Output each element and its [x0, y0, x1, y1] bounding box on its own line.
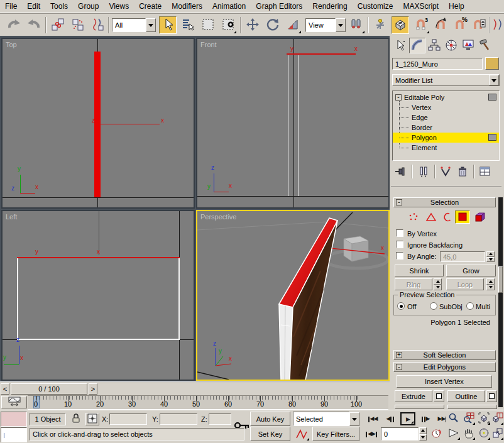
loop-button[interactable]: Loop: [446, 278, 484, 290]
viewport-perspective[interactable]: Perspective x z y x: [196, 210, 390, 381]
stack-item-editable-poly[interactable]: - Editable Poly: [393, 92, 499, 102]
tab-motion[interactable]: [443, 38, 459, 53]
rectangular-region-button[interactable]: [199, 16, 217, 34]
viewport-front[interactable]: Front y x z y x: [196, 38, 390, 209]
key-mode-dropdown[interactable]: Selected: [293, 412, 359, 426]
current-frame-field[interactable]: 0: [381, 427, 419, 440]
viewport-left[interactable]: Left y x z y x: [1, 210, 195, 381]
extrude-settings-button[interactable]: [434, 390, 444, 402]
by-angle-spinner[interactable]: [486, 251, 495, 262]
ignore-backfacing-checkbox[interactable]: [396, 241, 403, 248]
angle-snap-button[interactable]: [432, 16, 450, 34]
reference-coordinate-dropdown[interactable]: View: [305, 18, 346, 32]
select-and-rotate-button[interactable]: [264, 16, 282, 34]
loop-spinner[interactable]: [486, 278, 495, 290]
absolute-mode-button[interactable]: [85, 413, 99, 425]
border-subobject-button[interactable]: [440, 212, 455, 224]
object-name-field[interactable]: 1_1250_Muro: [392, 58, 483, 70]
unlink-selection-button[interactable]: [69, 16, 87, 34]
tab-utilities[interactable]: [477, 38, 493, 53]
redo-button[interactable]: [25, 16, 43, 34]
panel-scrollbar[interactable]: [498, 197, 503, 407]
modifier-toggle-icon[interactable]: [488, 134, 496, 141]
outline-settings-button[interactable]: [486, 390, 497, 402]
preview-multi-radio[interactable]: [466, 302, 474, 310]
next-frame-arrow[interactable]: >: [89, 383, 97, 395]
macro-recorder-pane[interactable]: [1, 412, 27, 427]
zoom-extents-all-button[interactable]: [491, 412, 504, 425]
ring-button[interactable]: Ring: [395, 278, 432, 290]
pin-stack-button[interactable]: [393, 165, 408, 180]
pan-button[interactable]: [461, 427, 476, 440]
remove-modifier-button[interactable]: [455, 165, 470, 180]
tab-display[interactable]: [460, 38, 476, 53]
snaps-toggle-button[interactable]: [392, 16, 409, 34]
auto-key-button[interactable]: Auto Key: [250, 412, 290, 426]
menu-rendering[interactable]: Rendering: [307, 0, 352, 13]
polygon-subobject-button[interactable]: [455, 211, 470, 224]
select-and-move-button[interactable]: [244, 16, 261, 34]
element-subobject-button[interactable]: [473, 212, 488, 224]
field-of-view-button[interactable]: [446, 427, 461, 440]
stack-item-vertex[interactable]: Vertex: [393, 102, 499, 112]
set-key-button[interactable]: Set Key: [250, 427, 290, 441]
outline-button[interactable]: Outline: [447, 390, 485, 402]
z-coordinate-field[interactable]: [209, 413, 231, 425]
edge-subobject-button[interactable]: [424, 212, 439, 224]
menu-group[interactable]: Group: [73, 0, 104, 13]
x-coordinate-field[interactable]: [109, 413, 147, 425]
key-mode-toggle-button[interactable]: ◀▶: [364, 427, 378, 440]
script-listener-pane[interactable]: [1, 427, 27, 442]
bind-to-space-warp-button[interactable]: [89, 16, 107, 34]
panel-scrollbar-thumb[interactable]: [498, 266, 503, 293]
menu-views[interactable]: Views: [104, 0, 134, 13]
select-object-button[interactable]: [159, 16, 177, 34]
default-tangents-button[interactable]: [293, 427, 310, 441]
frame-spinner[interactable]: [419, 427, 427, 440]
stack-item-edge[interactable]: Edge: [393, 112, 499, 123]
configure-modifier-sets-button[interactable]: [478, 165, 493, 180]
use-pivot-point-center-button[interactable]: [348, 16, 365, 34]
menu-help[interactable]: Help: [444, 0, 469, 13]
extrude-button[interactable]: Extrude: [395, 390, 432, 402]
select-and-link-button[interactable]: [49, 16, 67, 34]
make-unique-button[interactable]: [438, 165, 453, 180]
by-vertex-checkbox[interactable]: [396, 229, 403, 237]
window-crossing-button[interactable]: [219, 16, 237, 34]
menu-graph-editors[interactable]: Graph Editors: [251, 0, 307, 13]
soft-selection-rollout-header[interactable]: + Soft Selection: [393, 350, 496, 360]
selection-rollout-header[interactable]: - Selection: [393, 197, 496, 207]
ring-spinner[interactable]: [434, 278, 442, 290]
vertex-subobject-button[interactable]: [406, 212, 421, 224]
expand-icon[interactable]: -: [395, 94, 402, 101]
y-coordinate-field[interactable]: [160, 413, 197, 425]
select-and-scale-button[interactable]: [284, 16, 302, 34]
tab-hierarchy[interactable]: [426, 38, 442, 53]
menu-animation[interactable]: Animation: [207, 0, 251, 13]
selection-lock-button[interactable]: [69, 413, 83, 425]
object-color-swatch[interactable]: [485, 57, 499, 70]
select-by-name-button[interactable]: [179, 16, 197, 34]
modifier-toggle-icon[interactable]: [488, 94, 496, 101]
menu-customize[interactable]: Customize: [353, 0, 398, 13]
zoom-extents-button[interactable]: [476, 412, 491, 425]
insert-vertex-button[interactable]: Insert Vertex: [397, 375, 492, 388]
dropdown-arrow-icon[interactable]: [349, 412, 359, 426]
previous-frame-arrow[interactable]: <: [1, 383, 9, 395]
arc-rotate-button[interactable]: [476, 427, 491, 440]
edit-polygons-rollout-header[interactable]: - Edit Polygons: [393, 362, 496, 372]
menu-maxscript[interactable]: MAXScript: [398, 0, 444, 13]
menu-edit[interactable]: Edit: [22, 0, 45, 13]
mirror-button[interactable]: [491, 16, 504, 34]
shrink-button[interactable]: Shrink: [395, 265, 444, 276]
stack-item-border[interactable]: Border: [393, 123, 499, 133]
dropdown-arrow-icon[interactable]: [489, 75, 499, 85]
menu-create[interactable]: Create: [134, 0, 167, 13]
by-angle-field[interactable]: 45,0: [440, 251, 485, 262]
previous-frame-button[interactable]: ◀: [383, 412, 398, 425]
selection-filter-dropdown[interactable]: All: [112, 18, 156, 32]
dropdown-arrow-icon[interactable]: [336, 18, 346, 32]
zoom-button[interactable]: [446, 412, 461, 425]
menu-tools[interactable]: Tools: [45, 0, 73, 13]
tab-modify[interactable]: [409, 38, 425, 53]
